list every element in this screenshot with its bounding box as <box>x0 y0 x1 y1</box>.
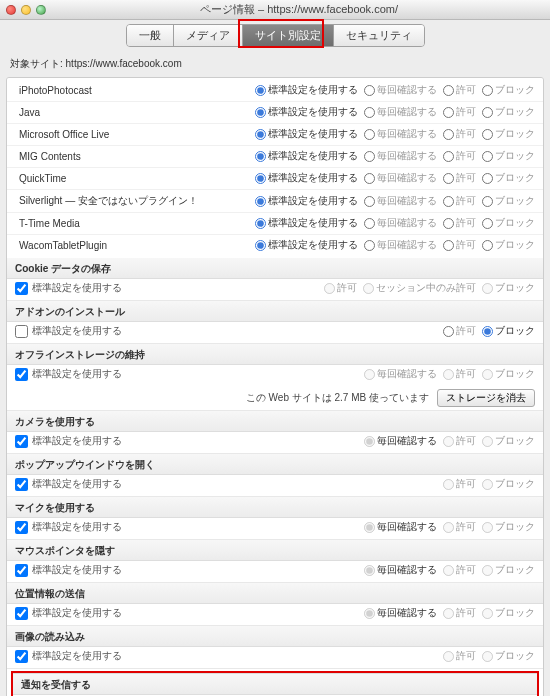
camera-header: カメラを使用する <box>7 411 543 432</box>
target-site-row: 対象サイト: https://www.facebook.com <box>0 53 550 77</box>
plugin-name: WacomTabletPlugin <box>15 240 251 251</box>
offline-ask[interactable] <box>364 369 375 380</box>
tab-permissions[interactable]: サイト別設定 <box>243 25 334 46</box>
pointer-default-checkbox[interactable] <box>15 564 28 577</box>
target-label: 対象サイト: <box>10 58 63 69</box>
permissions-content[interactable]: iPhotoPhotocast標準設定を使用する毎回確認する許可ブロックJava… <box>6 77 544 696</box>
section-popup: ポップアップウインドウを開く 標準設定を使用する 許可 ブロック <box>7 454 543 497</box>
pointer-block[interactable] <box>482 565 493 576</box>
mic-block[interactable] <box>482 522 493 533</box>
location-default-label: 標準設定を使用する <box>32 606 122 620</box>
addon-allow[interactable] <box>443 326 454 337</box>
images-block[interactable] <box>482 651 493 662</box>
popup-default-checkbox[interactable] <box>15 478 28 491</box>
plugin-opt-block[interactable] <box>482 240 493 251</box>
camera-default-checkbox[interactable] <box>15 435 28 448</box>
plugin-opt-block[interactable] <box>482 107 493 118</box>
plugin-opt-default[interactable] <box>255 107 266 118</box>
tab-media[interactable]: メディア <box>174 25 243 46</box>
storage-info-row: この Web サイトは 2.7 MB 使っています ストレージを消去 <box>7 386 543 410</box>
notify-highlight: 通知を受信する 標準設定を使用する 毎回確認する 許可 ブロック <box>11 671 539 696</box>
offline-allow[interactable] <box>443 369 454 380</box>
plugin-row: Java標準設定を使用する毎回確認する許可ブロック <box>7 102 543 124</box>
images-default-checkbox[interactable] <box>15 650 28 663</box>
cookie-header: Cookie データの保存 <box>7 258 543 279</box>
plugin-opt-block[interactable] <box>482 173 493 184</box>
plugin-opt-allow[interactable] <box>443 129 454 140</box>
plugin-opt-block[interactable] <box>482 85 493 96</box>
section-location: 位置情報の送信 標準設定を使用する 毎回確認する 許可 ブロック <box>7 583 543 626</box>
plugin-opt-default[interactable] <box>255 240 266 251</box>
section-cookie: Cookie データの保存 標準設定を使用する 許可 セッション中のみ許可 ブロ… <box>7 258 543 301</box>
plugin-opt-allow[interactable] <box>443 196 454 207</box>
plugin-row: Microsoft Office Live標準設定を使用する毎回確認する許可ブロ… <box>7 124 543 146</box>
cookie-block[interactable] <box>482 283 493 294</box>
plugin-name: Microsoft Office Live <box>15 129 251 140</box>
plugin-opt-allow[interactable] <box>443 218 454 229</box>
cookie-default-label: 標準設定を使用する <box>32 281 122 295</box>
plugin-opt-default[interactable] <box>255 129 266 140</box>
camera-allow[interactable] <box>443 436 454 447</box>
plugin-opt-allow[interactable] <box>443 173 454 184</box>
plugin-opt-ask[interactable] <box>364 151 375 162</box>
camera-block[interactable] <box>482 436 493 447</box>
offline-default-label: 標準設定を使用する <box>32 367 122 381</box>
clear-storage-button[interactable]: ストレージを消去 <box>437 389 535 407</box>
pointer-ask[interactable] <box>364 565 375 576</box>
plugin-opt-ask[interactable] <box>364 240 375 251</box>
cookie-allow[interactable] <box>324 283 335 294</box>
popup-block[interactable] <box>482 479 493 490</box>
location-allow[interactable] <box>443 608 454 619</box>
offline-header: オフラインストレージの維持 <box>7 344 543 365</box>
storage-usage-text: この Web サイトは 2.7 MB 使っています <box>246 391 429 405</box>
cookie-session[interactable] <box>363 283 374 294</box>
tab-general[interactable]: 一般 <box>127 25 174 46</box>
plugin-opt-block[interactable] <box>482 196 493 207</box>
mic-default-checkbox[interactable] <box>15 521 28 534</box>
plugin-opt-ask[interactable] <box>364 107 375 118</box>
plugin-opt-ask[interactable] <box>364 85 375 96</box>
plugin-opt-allow[interactable] <box>443 151 454 162</box>
plugin-opt-default[interactable] <box>255 85 266 96</box>
popup-allow[interactable] <box>443 479 454 490</box>
plugin-opt-ask[interactable] <box>364 129 375 140</box>
plugin-opt-block[interactable] <box>482 151 493 162</box>
close-icon[interactable] <box>6 5 16 15</box>
plugin-opt-default[interactable] <box>255 218 266 229</box>
cookie-default-checkbox[interactable] <box>15 282 28 295</box>
window-title: ページ情報 – https://www.facebook.com/ <box>54 2 544 17</box>
addon-default-checkbox[interactable] <box>15 325 28 338</box>
plugin-opt-allow[interactable] <box>443 240 454 251</box>
tab-strip: 一般 メディア サイト別設定 セキュリティ <box>0 20 550 53</box>
location-default-checkbox[interactable] <box>15 607 28 620</box>
tab-security[interactable]: セキュリティ <box>334 25 424 46</box>
plugin-opt-default[interactable] <box>255 151 266 162</box>
plugin-opt-ask[interactable] <box>364 196 375 207</box>
offline-default-checkbox[interactable] <box>15 368 28 381</box>
plugin-opt-default[interactable] <box>255 196 266 207</box>
images-allow[interactable] <box>443 651 454 662</box>
offline-block[interactable] <box>482 369 493 380</box>
plugin-name: QuickTime <box>15 173 251 184</box>
location-block[interactable] <box>482 608 493 619</box>
plugin-opt-default[interactable] <box>255 173 266 184</box>
plugin-opt-block[interactable] <box>482 129 493 140</box>
pointer-allow[interactable] <box>443 565 454 576</box>
plugin-opt-allow[interactable] <box>443 107 454 118</box>
addon-header: アドオンのインストール <box>7 301 543 322</box>
mic-allow[interactable] <box>443 522 454 533</box>
camera-default-label: 標準設定を使用する <box>32 434 122 448</box>
minimize-icon[interactable] <box>21 5 31 15</box>
plugin-opt-block[interactable] <box>482 218 493 229</box>
addon-block[interactable] <box>482 326 493 337</box>
camera-ask[interactable] <box>364 436 375 447</box>
addon-default-label: 標準設定を使用する <box>32 324 122 338</box>
page-info-window: ページ情報 – https://www.facebook.com/ 一般 メディ… <box>0 0 550 696</box>
plugin-opt-ask[interactable] <box>364 173 375 184</box>
zoom-icon[interactable] <box>36 5 46 15</box>
notify-header: 通知を受信する <box>13 673 537 695</box>
plugin-opt-allow[interactable] <box>443 85 454 96</box>
location-ask[interactable] <box>364 608 375 619</box>
mic-ask[interactable] <box>364 522 375 533</box>
plugin-opt-ask[interactable] <box>364 218 375 229</box>
